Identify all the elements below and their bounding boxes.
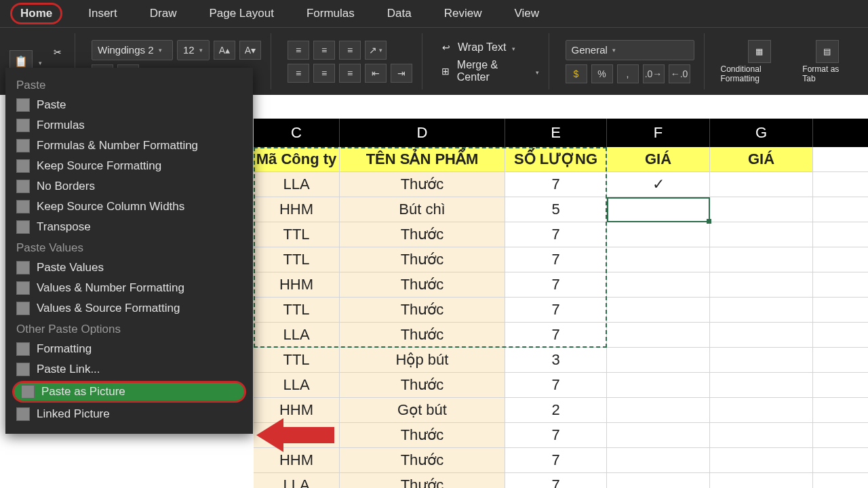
cell[interactable] (710, 272, 813, 297)
cell[interactable]: Thước (340, 222, 505, 247)
column-header-c[interactable]: C (254, 119, 340, 147)
cell[interactable]: LLA (254, 323, 340, 347)
cell[interactable] (607, 247, 710, 272)
cell[interactable]: GIÁ (710, 147, 813, 171)
cell[interactable]: Thước (340, 473, 505, 488)
cell[interactable] (710, 172, 813, 197)
cell[interactable] (710, 323, 813, 347)
cell[interactable]: Thước (340, 298, 505, 322)
align-right-icon[interactable]: ≡ (339, 64, 361, 83)
menu-item-formatting[interactable]: Formatting (5, 339, 253, 359)
currency-icon[interactable]: $ (566, 64, 587, 83)
cell[interactable]: LLA (254, 473, 340, 488)
cell[interactable]: HHM (254, 197, 340, 222)
cell[interactable] (607, 423, 710, 447)
tab-home[interactable]: Home (10, 3, 62, 24)
column-header-e[interactable]: E (505, 119, 607, 147)
align-top-icon[interactable]: ≡ (288, 41, 309, 60)
cell[interactable] (607, 222, 710, 247)
cell[interactable] (607, 197, 710, 222)
cell[interactable] (607, 348, 710, 372)
increase-font-icon[interactable]: A▴ (214, 41, 235, 60)
cell[interactable] (710, 247, 813, 272)
column-header-g[interactable]: G (710, 119, 813, 147)
cell[interactable]: 2 (505, 398, 607, 422)
cell[interactable] (607, 272, 710, 297)
cell[interactable]: 7 (505, 373, 607, 397)
cell[interactable] (710, 398, 813, 422)
number-format-select[interactable]: General (566, 40, 694, 60)
conditional-formatting-button[interactable]: ▦ Conditional Formatting (721, 40, 799, 83)
cell[interactable]: Thước (340, 323, 505, 347)
cell[interactable]: TTL (254, 247, 340, 272)
cell[interactable]: TÊN SẢN PHẨM (340, 147, 505, 171)
cell[interactable] (710, 222, 813, 247)
cell[interactable] (710, 348, 813, 372)
decrease-indent-icon[interactable]: ⇤ (365, 64, 387, 83)
cut-icon[interactable]: ✂ (50, 45, 65, 60)
increase-decimal-icon[interactable]: .0→ (643, 64, 665, 83)
tab-data[interactable]: Data (380, 3, 418, 24)
cell[interactable]: 7 (505, 473, 607, 488)
cell[interactable] (710, 423, 813, 447)
cell[interactable] (607, 323, 710, 347)
cell[interactable]: 7 (505, 222, 607, 247)
cell[interactable]: 7 (505, 448, 607, 472)
cell[interactable] (710, 473, 813, 488)
cell[interactable] (607, 373, 710, 397)
orientation-icon[interactable]: ↗ (365, 41, 387, 60)
align-bottom-icon[interactable]: ≡ (339, 41, 361, 60)
menu-item-keep-source-formatting[interactable]: Keep Source Formatting (5, 156, 253, 176)
paste-dropdown-icon[interactable] (37, 56, 42, 68)
cell[interactable]: Thước (340, 172, 505, 197)
cell[interactable]: Thước (340, 448, 505, 472)
format-as-table-button[interactable]: ▤ Format as Tab (802, 40, 852, 83)
cell[interactable] (607, 298, 710, 322)
font-name-select[interactable]: Wingdings 2 (92, 40, 173, 60)
menu-item-formulas[interactable]: Formulas (5, 115, 253, 136)
cell[interactable]: ✓ (607, 172, 710, 197)
menu-item-linked-picture[interactable]: Linked Picture (5, 404, 253, 424)
cell[interactable]: 3 (505, 348, 607, 372)
tab-page-layout[interactable]: Page Layout (202, 3, 280, 24)
cell[interactable]: GIÁ (607, 147, 710, 171)
align-center-icon[interactable]: ≡ (313, 64, 335, 83)
cell[interactable]: HHM (254, 272, 340, 297)
cell[interactable]: 7 (505, 423, 607, 447)
decrease-font-icon[interactable]: A▾ (239, 41, 261, 60)
menu-item-values-source-formatting[interactable]: Values & Source Formatting (5, 298, 253, 319)
cell[interactable]: 7 (505, 298, 607, 322)
menu-item-transpose[interactable]: Transpose (5, 217, 253, 237)
cell[interactable]: TTL (254, 222, 340, 247)
cell[interactable]: 7 (505, 323, 607, 347)
cell[interactable]: 5 (505, 197, 607, 222)
cell[interactable]: Thước (340, 272, 505, 297)
cell[interactable]: Mã Công ty (254, 147, 340, 171)
tab-review[interactable]: Review (437, 3, 489, 24)
cell[interactable]: SỐ LƯỢNG (505, 147, 607, 171)
cell[interactable]: 7 (505, 272, 607, 297)
menu-item-formulas-number-formatting[interactable]: Formulas & Number Formatting (5, 136, 253, 156)
menu-item-keep-source-column-widths[interactable]: Keep Source Column Widths (5, 197, 253, 217)
tab-draw[interactable]: Draw (143, 3, 184, 24)
cell[interactable] (710, 373, 813, 397)
menu-item-paste-link-[interactable]: Paste Link... (5, 359, 253, 380)
menu-item-values-number-formatting[interactable]: Values & Number Formatting (5, 278, 253, 298)
column-header-d[interactable]: D (340, 119, 505, 147)
cell[interactable]: Thước (340, 373, 505, 397)
cell[interactable]: LLA (254, 172, 340, 197)
cell[interactable] (607, 448, 710, 472)
align-middle-icon[interactable]: ≡ (313, 41, 335, 60)
menu-item-paste-values[interactable]: Paste Values (5, 258, 253, 278)
cell[interactable] (710, 448, 813, 472)
cell[interactable]: Hộp bút (340, 348, 505, 372)
tab-view[interactable]: View (507, 3, 546, 24)
cell[interactable]: Thước (340, 423, 505, 447)
align-left-icon[interactable]: ≡ (288, 64, 309, 83)
increase-indent-icon[interactable]: ⇥ (391, 64, 412, 83)
cell[interactable]: 7 (505, 172, 607, 197)
tab-insert[interactable]: Insert (81, 3, 124, 24)
cell[interactable] (607, 398, 710, 422)
cell[interactable]: TTL (254, 348, 340, 372)
cell[interactable]: Thước (340, 247, 505, 272)
